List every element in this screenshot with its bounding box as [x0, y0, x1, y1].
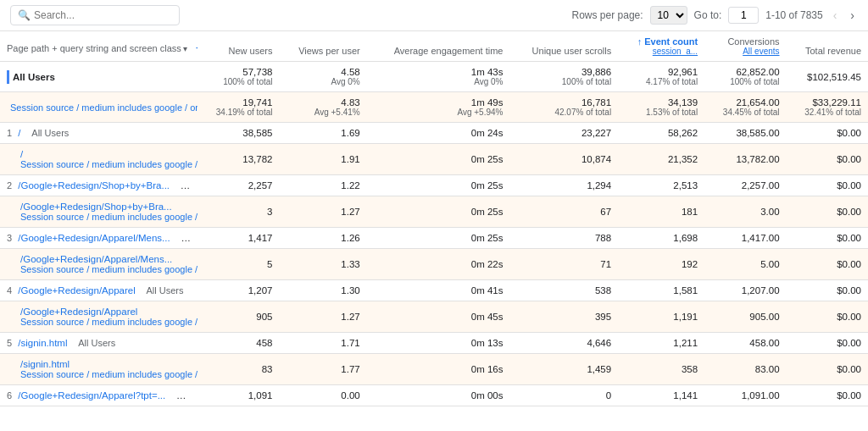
rows-per-page-label: Rows per page:	[572, 9, 643, 21]
totals-comp-nu-main: 19,741	[204, 97, 272, 108]
totals-comp-rev-val: $33,229.11 32.41% of total	[793, 97, 861, 117]
search-icon: 🔍	[18, 9, 31, 21]
rows-per-page-select[interactable]: 10 25 50	[650, 6, 687, 25]
row-comp-dim-cell: /Google+Redesign/Shop+by+Bra... Session …	[0, 196, 198, 228]
row-comp-path-wrap: /Google+Redesign/Apparel/Mens... Session…	[7, 254, 191, 274]
row-comp-views: 1.27	[280, 301, 367, 333]
col-header-new-users: New users	[198, 31, 279, 62]
totals-comp-rev-sub: 32.41% of total	[793, 108, 861, 117]
totals-comp-label-wrap: Session source / medium includes google …	[7, 101, 191, 114]
row-comp-path[interactable]: /	[20, 149, 23, 159]
row-comp-views: 1.91	[280, 144, 367, 175]
totals-all-users-cell: All Users	[0, 62, 198, 92]
totals-comp-conv-main: 21,654.00	[711, 97, 779, 108]
row-comp-new-users: 905	[198, 301, 279, 333]
search-box[interactable]: 🔍	[10, 5, 180, 25]
row-comp-dim-cell: / Session source / medium includes googl…	[0, 144, 198, 175]
row-views: 1.30	[280, 280, 367, 301]
totals-au-eng-val: 1m 43s Avg 0%	[374, 67, 504, 86]
totals-comp-events: 34,139 1.53% of total	[618, 92, 704, 123]
totals-comp-label: Session source / medium includes google …	[10, 102, 198, 113]
row-comp-events: 1,191	[618, 301, 704, 333]
row-comp-path[interactable]: /signin.html	[20, 359, 70, 369]
row-comp-engagement: 0m 45s	[367, 301, 510, 333]
totals-comp-views-val: 4.83 Avg +5.41%	[287, 97, 360, 117]
row-5-main: 5 /signin.html All Users 458 1.71 0m 13s…	[0, 333, 868, 354]
row-comp-scrolls: 67	[509, 196, 618, 228]
dim-filter-btn[interactable]: Page path + query string and screen clas…	[7, 43, 187, 53]
totals-au-scroll-main: 39,886	[516, 67, 611, 77]
all-users-label: All Users	[13, 72, 55, 82]
totals-comp-eng-sub: Avg +5.94%	[374, 108, 504, 117]
totals-au-events: 92,961 4.17% of total	[618, 62, 704, 92]
row-path-link[interactable]: /Google+Redesign/Shop+by+Bra...	[18, 180, 170, 191]
row-conversions: 458.00	[704, 333, 786, 354]
totals-au-conv-main: 62,852.00	[711, 67, 779, 77]
row-comp-path[interactable]: /Google+Redesign/Shop+by+Bra...	[20, 202, 172, 212]
col-header-conversions: Conversions All events	[704, 31, 786, 62]
row-number: 6	[7, 390, 12, 401]
conversions-sublink[interactable]: All events	[743, 47, 779, 56]
row-dim-cell: 5 /signin.html All Users	[0, 333, 198, 354]
row-path-link[interactable]: /Google+Redesign/Apparel	[18, 285, 135, 296]
totals-comp-revenue: $33,229.11 32.41% of total	[787, 92, 868, 123]
row-path-link[interactable]: /signin.html	[18, 338, 67, 348]
totals-au-eng-main: 1m 43s	[374, 67, 504, 77]
next-page-button[interactable]: ›	[847, 7, 858, 24]
totals-au-eng-sub: Avg 0%	[374, 77, 504, 86]
totals-comp-events-val: 34,139 1.53% of total	[625, 97, 698, 117]
totals-comp-events-sub: 1.53% of total	[625, 108, 698, 117]
row-comp-path-wrap: / Session source / medium includes googl…	[7, 149, 191, 169]
events-sublink[interactable]: session_a...	[653, 47, 698, 56]
row-views: 0.00	[280, 385, 367, 406]
row-scrolls: 0	[509, 385, 618, 406]
totals-comp-views-main: 4.83	[287, 97, 360, 108]
add-dimension-button[interactable]: +	[192, 41, 198, 56]
totals-comp-conv-sub: 34.45% of total	[711, 108, 779, 117]
row-scrolls: 788	[509, 228, 618, 249]
row-comp-path-wrap: /signin.html Session source / medium inc…	[7, 359, 191, 379]
totals-comp-nu-val: 19,741 34.19% of total	[204, 97, 272, 117]
events-label: ↑ Event count	[637, 36, 698, 47]
row-number: 4	[7, 285, 12, 296]
row-3-main: 3 /Google+Redesign/Apparel/Mens... All U…	[0, 228, 868, 249]
row-scrolls: 1,294	[509, 175, 618, 196]
totals-comp-conv-val: 21,654.00 34.45% of total	[711, 97, 779, 117]
col-inner-scrolls: Unique user scrolls	[516, 46, 611, 56]
row-path-link[interactable]: /Google+Redesign/Apparel?tpt=...	[18, 390, 165, 401]
row-new-users: 458	[198, 333, 279, 354]
row-comp-conversions: 13,782.00	[704, 144, 786, 175]
totals-au-engagement: 1m 43s Avg 0%	[367, 62, 510, 92]
row-5-comp: /signin.html Session source / medium inc…	[0, 354, 868, 385]
row-revenue: $0.00	[787, 228, 868, 249]
col-header-dim-inner: Page path + query string and screen clas…	[7, 41, 191, 56]
row-4-comp: /Google+Redesign/Apparel Session source …	[0, 301, 868, 333]
row-comp-conversions: 905.00	[704, 301, 786, 333]
row-conversions: 1,091.00	[704, 385, 786, 406]
row-comp-revenue: $0.00	[787, 144, 868, 175]
prev-page-button[interactable]: ‹	[830, 7, 841, 24]
row-comp-revenue: $0.00	[787, 249, 868, 280]
row-comp-dim-cell: /signin.html Session source / medium inc…	[0, 354, 198, 385]
row-comp-conversions: 83.00	[704, 354, 786, 385]
totals-comparison-row: Session source / medium includes google …	[0, 92, 868, 123]
row-comp-path[interactable]: /Google+Redesign/Apparel	[20, 307, 137, 317]
row-path-link[interactable]: /Google+Redesign/Apparel/Mens...	[18, 233, 170, 243]
row-path-link[interactable]: /	[18, 128, 20, 138]
row-comp-path[interactable]: /Google+Redesign/Apparel/Mens...	[20, 254, 172, 264]
col-header-views: Views per user	[280, 31, 367, 62]
row-comp-views: 1.33	[280, 249, 367, 280]
row-engagement: 0m 25s	[367, 228, 510, 249]
search-input[interactable]	[34, 9, 170, 21]
totals-all-users-label-wrap: All Users	[7, 70, 191, 84]
goto-input[interactable]	[728, 7, 759, 24]
row-dim-cell: 1 / All Users	[0, 123, 198, 144]
totals-comp-engagement: 1m 49s Avg +5.94%	[367, 92, 510, 123]
row-6-main: 6 /Google+Redesign/Apparel?tpt=... All U…	[0, 385, 868, 406]
row-4-main: 4 /Google+Redesign/Apparel All Users 1,2…	[0, 280, 868, 301]
totals-au-conversions: 62,852.00 100% of total	[704, 62, 786, 92]
row-conversions: 1,417.00	[704, 228, 786, 249]
revenue-label: Total revenue	[805, 46, 861, 56]
row-revenue: $0.00	[787, 175, 868, 196]
row-comp-source: Session source / medium includes google …	[20, 159, 198, 169]
